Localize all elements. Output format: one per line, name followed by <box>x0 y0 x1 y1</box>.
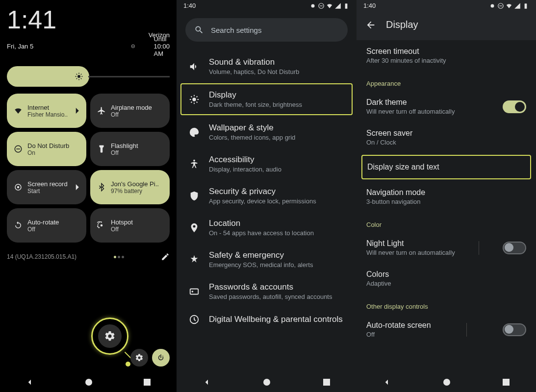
svg-point-11 <box>192 98 196 101</box>
signal-icon <box>142 44 147 49</box>
tile-record[interactable]: Screen recordStart <box>7 170 86 204</box>
tile-hotspot[interactable]: HotspotOff <box>90 208 170 243</box>
search-input[interactable] <box>211 26 339 34</box>
edit-icon[interactable] <box>161 252 170 261</box>
svg-point-7 <box>101 224 103 227</box>
power-button[interactable] <box>152 349 170 367</box>
dnd-status-icon <box>131 44 135 49</box>
settings-item-volume[interactable]: Sound & vibrationVolume, haptics, Do Not… <box>177 50 357 82</box>
back-icon[interactable] <box>383 378 391 386</box>
wifi-icon <box>14 106 23 115</box>
home-icon[interactable] <box>263 379 270 386</box>
screen-saver-row[interactable]: Screen saverOn / Clock <box>366 122 526 153</box>
airplane-icon <box>97 106 106 115</box>
carrier-label: Verizon <box>149 31 170 39</box>
night-light-toggle[interactable] <box>503 242 526 254</box>
home-icon[interactable] <box>85 379 92 386</box>
svg-point-19 <box>491 4 494 7</box>
settings-button-large[interactable] <box>98 324 122 348</box>
display-size-text-row[interactable]: Display size and text <box>361 155 531 179</box>
recent-icon[interactable] <box>144 379 151 386</box>
alarm-icon <box>119 44 124 49</box>
tile-bluetooth[interactable]: Jon's Google Pi..97% battery <box>90 170 170 204</box>
page-indicator <box>114 256 124 258</box>
clock: 1:41 <box>0 0 177 34</box>
svg-point-12 <box>191 130 193 132</box>
build-number: 14 (UQ1A.231205.015.A1) <box>7 253 77 260</box>
night-light-row[interactable]: Night LightWill never turn on automatica… <box>366 232 526 263</box>
vibrate-icon <box>125 44 129 49</box>
settings-item-shield[interactable]: Security & privacyApp security, device l… <box>177 180 357 212</box>
screen-timeout-row[interactable]: Screen timeoutAfter 30 minutes of inacti… <box>366 40 526 71</box>
recent-icon[interactable] <box>503 379 510 386</box>
power-icon <box>156 353 165 362</box>
nav-bar <box>177 372 357 392</box>
nav-bar <box>357 372 536 392</box>
back-icon[interactable] <box>26 378 34 386</box>
svg-point-6 <box>17 186 20 189</box>
accessibility-icon <box>189 159 200 170</box>
search-settings[interactable] <box>185 18 348 42</box>
back-arrow-icon[interactable] <box>365 20 376 30</box>
settings-item-location[interactable]: LocationOn - 54 apps have access to loca… <box>177 212 357 244</box>
svg-point-0 <box>126 45 128 47</box>
status-icons <box>309 2 350 9</box>
volume-icon <box>189 61 200 72</box>
auto-rotate-toggle[interactable] <box>503 323 526 336</box>
palette-icon <box>189 127 200 138</box>
colors-row[interactable]: ColorsAdaptive <box>366 263 526 294</box>
settings-item-emergency[interactable]: Safety & emergencyEmergency SOS, medical… <box>177 244 357 275</box>
flashlight-icon <box>97 145 106 153</box>
settings-item-brightness[interactable]: DisplayDark theme, font size, brightness <box>180 83 353 115</box>
navigation-mode-row[interactable]: Navigation mode3-button navigation <box>366 181 526 212</box>
settings-item-palette[interactable]: Wallpaper & styleColors, themed icons, a… <box>177 116 357 148</box>
record-icon <box>14 183 23 192</box>
tile-dnd[interactable]: Do Not DisturbOn <box>7 132 86 166</box>
auto-rotate-row[interactable]: Auto-rotate screenOff <box>366 314 526 345</box>
shield-icon <box>189 191 200 201</box>
brightness-slider[interactable] <box>7 66 170 87</box>
settings-item-key[interactable]: Passwords & accountsSaved passwords, aut… <box>177 275 357 307</box>
battery-icon <box>148 44 153 49</box>
bluetooth-icon <box>97 183 106 192</box>
settings-item-accessibility[interactable]: AccessibilityDisplay, interaction, audio <box>177 148 357 180</box>
svg-point-3 <box>77 75 80 78</box>
display-settings-screen: 1:40 Display Screen timeoutAfter 30 minu… <box>357 0 536 392</box>
wellbeing-icon <box>189 314 200 325</box>
gear-icon <box>104 330 116 342</box>
search-icon <box>194 25 204 35</box>
settings-button[interactable] <box>130 349 148 367</box>
back-icon[interactable] <box>203 378 211 386</box>
status-icons <box>489 2 529 9</box>
tile-flashlight[interactable]: FlashlightOff <box>90 132 170 166</box>
status-time: 1:40 <box>183 2 196 9</box>
home-icon[interactable] <box>443 379 450 386</box>
svg-point-15 <box>193 159 195 161</box>
wifi-icon <box>136 44 141 49</box>
key-icon <box>189 286 200 297</box>
svg-point-14 <box>195 130 197 131</box>
appearance-label: Appearance <box>366 71 526 91</box>
settings-list-screen: 1:40 Sound & vibrationVolume, haptics, D… <box>177 0 357 392</box>
svg-rect-16 <box>190 289 199 294</box>
emergency-icon <box>189 254 200 265</box>
dark-theme-toggle[interactable] <box>503 100 526 113</box>
rotate-icon <box>14 221 23 230</box>
tile-rotate[interactable]: Auto-rotateOff <box>7 208 86 243</box>
dark-theme-row[interactable]: Dark themeWill never turn off automatica… <box>366 91 526 122</box>
tile-airplane[interactable]: Airplane modeOff <box>90 94 170 128</box>
dnd-icon <box>14 145 23 153</box>
gear-icon <box>135 353 144 362</box>
svg-rect-21 <box>525 3 527 8</box>
other-controls-label: Other display controls <box>366 294 526 314</box>
tile-wifi[interactable]: InternetFisher Mansio.. <box>7 94 86 128</box>
svg-point-8 <box>311 4 315 7</box>
settings-item-wellbeing[interactable]: Digital Wellbeing & parental controls <box>177 307 357 332</box>
display-header: Display <box>357 11 536 40</box>
recent-icon[interactable] <box>323 379 330 386</box>
chevron-right-icon <box>73 183 81 192</box>
svg-rect-10 <box>345 3 348 8</box>
color-label: Color <box>366 212 526 232</box>
date-label: Fri, Jan 5 <box>7 43 33 50</box>
svg-rect-2 <box>150 45 151 49</box>
